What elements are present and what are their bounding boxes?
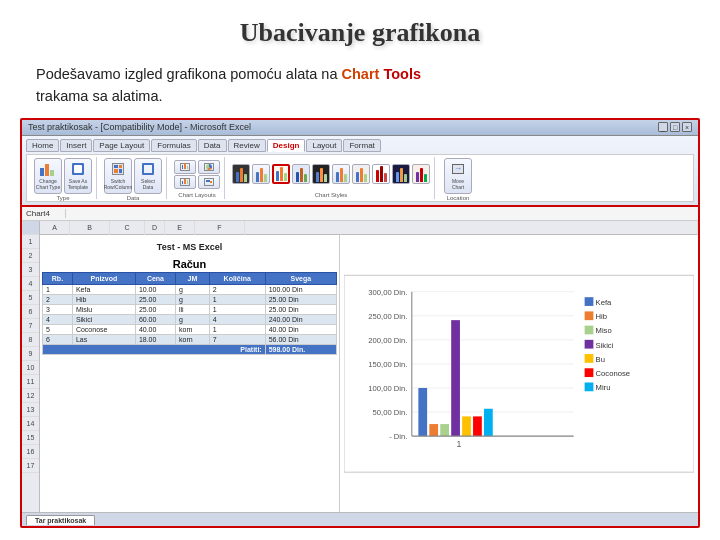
total-label: Platiti: [43, 344, 266, 354]
change-chart-icon [40, 162, 56, 176]
chart-style-1[interactable] [232, 164, 250, 184]
chart-style-5[interactable] [312, 164, 330, 184]
table-row: 3 Mislu 25.00 lli 1 25.00 Din [43, 304, 337, 314]
sheet-table-area: Test - MS Excel Račun Rb. Pnizvod Cena J… [40, 235, 339, 359]
switch-icon [110, 162, 126, 176]
excel-window-title: Test praktikosak - [Compatibility Mode] … [28, 122, 658, 132]
svg-text:Sikici: Sikici [596, 340, 614, 349]
ribbon-group-chart-layouts: Chart Layouts [170, 157, 225, 199]
row-num-5: 5 [22, 291, 39, 305]
page: Ubacivanje grafikona Podešavamo izgled g… [0, 0, 720, 540]
row-num-14: 14 [22, 417, 39, 431]
cell-rb: 2 [43, 294, 73, 304]
row-num-7: 7 [22, 319, 39, 333]
chart-style-6[interactable] [332, 164, 350, 184]
row-num-6: 6 [22, 305, 39, 319]
col-C: C [110, 221, 145, 235]
chart-style-7[interactable] [352, 164, 370, 184]
subtitle: Podešavamo izgled grafikona pomoću alata… [0, 58, 720, 118]
cell-unit: g [176, 314, 210, 324]
change-chart-type-button[interactable]: ChangeChart Type [34, 158, 62, 194]
svg-text:Bu: Bu [596, 354, 605, 363]
tab-format[interactable]: Format [343, 139, 380, 152]
table-row: 2 Hib 25.00 g 1 25.00 Din [43, 294, 337, 304]
save-as-template-button[interactable]: Save AsTemplate [64, 158, 92, 194]
tab-design[interactable]: Design [267, 139, 306, 152]
tab-insert[interactable]: Insert [60, 139, 92, 152]
chart-style-9[interactable] [392, 164, 410, 184]
cell-price: 18.00 [135, 334, 175, 344]
row-num-13: 13 [22, 403, 39, 417]
table-row: 1 Kefa 10.00 g 2 100.00 Din [43, 284, 337, 294]
cell-svega: 25.00 Din [265, 294, 336, 304]
col-header-product: Pnizvod [72, 272, 135, 284]
maximize-button[interactable]: □ [670, 122, 680, 132]
cell-rb: 6 [43, 334, 73, 344]
row-num-16: 16 [22, 445, 39, 459]
layout-1-button[interactable] [174, 160, 196, 174]
ribbon-group-chart-styles: Chart Styles [228, 157, 435, 199]
row-numbers: 1 2 3 4 5 6 7 8 9 10 11 12 13 14 15 16 1… [22, 221, 40, 513]
cell-price: 25.00 [135, 294, 175, 304]
tab-layout[interactable]: Layout [306, 139, 342, 152]
svg-rect-28 [585, 368, 594, 377]
cell-product: Coconose [72, 324, 135, 334]
subtitle-text-before: Podešavamo izgled grafikona pomoću alata… [36, 66, 342, 82]
move-chart-button[interactable]: → MoveChart [444, 158, 472, 194]
svg-rect-22 [585, 325, 594, 334]
cell-product: Las [72, 334, 135, 344]
cell-unit: lli [176, 304, 210, 314]
row-num-10: 10 [22, 361, 39, 375]
minimize-button[interactable]: _ [658, 122, 668, 132]
col-rest [245, 221, 698, 235]
svg-rect-24 [585, 339, 594, 348]
sheet-tab-1[interactable]: Tar praktikosak [26, 515, 95, 525]
bar-coconose [473, 416, 482, 436]
chart-style-2[interactable] [252, 164, 270, 184]
layout-small-buttons [174, 160, 196, 189]
col-F: F [195, 221, 245, 235]
chart-style-3[interactable] [272, 164, 290, 184]
cell-reference: Chart4 [26, 209, 66, 218]
cell-unit: g [176, 284, 210, 294]
cell-svega: 56.00 Din [265, 334, 336, 344]
chart-style-10[interactable] [412, 164, 430, 184]
tab-review[interactable]: Review [228, 139, 266, 152]
sheet-tabs: Tar praktikosak [22, 512, 698, 526]
col-header-total: Svega [265, 272, 336, 284]
svg-text:150,00 Din.: 150,00 Din. [368, 360, 407, 369]
layout-2-button[interactable] [174, 175, 196, 189]
select-data-button[interactable]: SelectData [134, 158, 162, 194]
col-E: E [165, 221, 195, 235]
cell-rb: 4 [43, 314, 73, 324]
cell-rb: 1 [43, 284, 73, 294]
close-button[interactable]: × [682, 122, 692, 132]
row-num-9: 9 [22, 347, 39, 361]
ribbon: Home Insert Page Layout Formulas Data Re… [22, 136, 698, 207]
tab-page-layout[interactable]: Page Layout [93, 139, 150, 152]
total-row: Platiti: 598.00 Din. [43, 344, 337, 354]
window-controls: _ □ × [658, 122, 692, 132]
data-buttons: SwitchRow/Column SelectData [104, 158, 162, 194]
save-template-icon [70, 162, 86, 176]
tab-home[interactable]: Home [26, 139, 59, 152]
chart-style-8[interactable] [372, 164, 390, 184]
select-data-icon [140, 162, 156, 176]
tab-formulas[interactable]: Formulas [151, 139, 196, 152]
bar-miso [440, 424, 449, 436]
cell-unit: kom [176, 324, 210, 334]
row-num-15: 15 [22, 431, 39, 445]
cell-qty: 2 [209, 284, 265, 294]
svg-text:50,00 Din.: 50,00 Din. [373, 408, 408, 417]
col-header-price: Cena [135, 272, 175, 284]
layout-3-button[interactable] [198, 160, 220, 174]
switch-row-col-button[interactable]: SwitchRow/Column [104, 158, 132, 194]
layout-4-button[interactable] [198, 175, 220, 189]
cell-product: Hib [72, 294, 135, 304]
bar-sikici [451, 320, 460, 436]
tab-data[interactable]: Data [198, 139, 227, 152]
chart-style-4[interactable] [292, 164, 310, 184]
cell-qty: 1 [209, 324, 265, 334]
title-bar: Ubacivanje grafikona [0, 0, 720, 58]
cell-product: Kefa [72, 284, 135, 294]
